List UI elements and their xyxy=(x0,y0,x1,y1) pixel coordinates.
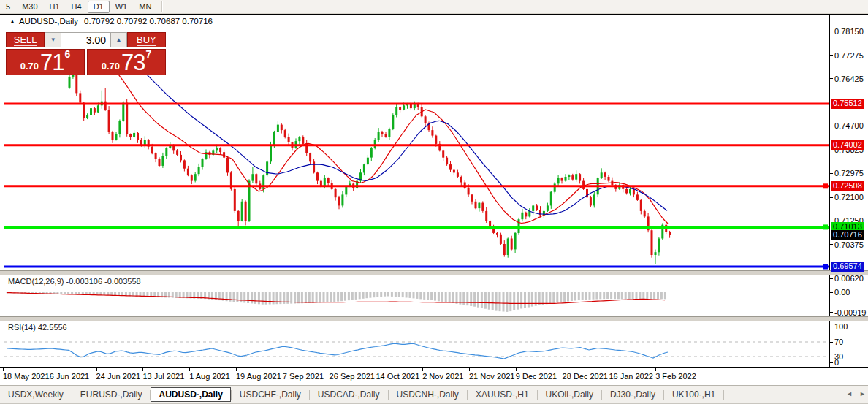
date-label: 28 Dec 2021 xyxy=(563,372,608,381)
tab-dj30-daily[interactable]: DJ30-,Daily xyxy=(602,387,663,402)
rsi-indicator-label: RSI(14) 42.5556 xyxy=(8,323,67,332)
buy-price-box[interactable]: 0.70 73 7 xyxy=(87,49,166,75)
symbol-tab-bar: USDX,WeeklyEURUSD-,DailyAUDUSD-,DailyUSD… xyxy=(0,385,868,404)
moving-averages-layer xyxy=(110,63,668,224)
price-tick-mark xyxy=(830,197,833,198)
level-lines-layer xyxy=(4,104,829,270)
tab-usdx-weekly[interactable]: USDX,Weekly xyxy=(0,387,72,402)
rsi-name: RSI(14) xyxy=(8,323,36,332)
tab-audusd-daily[interactable]: AUDUSD-,Daily xyxy=(151,387,230,402)
date-tick-mark xyxy=(3,368,4,371)
sell-price-box[interactable]: 0.70 71 6 xyxy=(6,49,85,75)
rsi-panel[interactable] xyxy=(4,342,829,359)
tab-eurusd-daily[interactable]: EURUSD-,Daily xyxy=(72,387,151,402)
date-label: 1 Aug 2021 xyxy=(189,372,230,381)
date-tick-mark xyxy=(189,368,190,371)
price-tick-label: 0.70375 xyxy=(834,240,864,249)
macd-panel[interactable] xyxy=(7,292,666,312)
date-label: 16 Jan 2022 xyxy=(609,372,653,381)
one-click-trading-panel: SELL ▼ ▲ BUY 0.70 71 6 0.70 73 7 xyxy=(6,32,166,75)
date-label: 6 Jun 2021 xyxy=(50,372,89,381)
macd-values: -0.003106 -0.003558 xyxy=(66,277,140,286)
caret-down-icon: ▼ xyxy=(50,37,56,43)
tab-usdcad-daily[interactable]: USDCAD-,Daily xyxy=(310,387,388,402)
tab-usdchf-daily[interactable]: USDCHF-,Daily xyxy=(232,387,309,402)
symbol-period-label: AUDUSD-,Daily xyxy=(19,17,78,26)
date-label: 14 Oct 2021 xyxy=(376,372,419,381)
price-tick-mark xyxy=(830,244,833,245)
rsi-tick-mark xyxy=(830,357,833,357)
tab-scroll-right-icon[interactable]: ► xyxy=(859,390,866,397)
tab-ukoil-daily[interactable]: UKOil-,Daily xyxy=(538,387,601,402)
rsi-tick-mark xyxy=(830,327,833,327)
macd-tick-mark xyxy=(830,292,833,293)
caret-up-icon: ▲ xyxy=(115,37,121,43)
price-tick-mark xyxy=(830,55,833,56)
candles-layer xyxy=(69,72,671,264)
buy-button-label: BUY xyxy=(137,34,156,46)
price-level-badge: 0.74002 xyxy=(831,140,864,150)
buy-price-prefix: 0.70 xyxy=(102,61,120,72)
price-tick-mark xyxy=(830,126,833,126)
price-level-badge: 0.75512 xyxy=(831,99,864,109)
date-tick-mark xyxy=(655,368,656,371)
date-tick-mark xyxy=(422,368,423,371)
volume-decrease-button[interactable]: ▼ xyxy=(45,32,61,47)
price-tick-mark xyxy=(830,173,833,174)
tab-usdcnh-daily[interactable]: USDCNH-,Daily xyxy=(389,387,467,402)
rsi-tick-label: 100 xyxy=(834,322,848,331)
price-tick-label: 0.76425 xyxy=(834,75,864,83)
macd-tick-mark xyxy=(830,278,833,279)
volume-increase-button[interactable]: ▲ xyxy=(110,32,127,47)
date-label: 24 Jun 2021 xyxy=(96,372,141,381)
macd-tick-label: 0.00 xyxy=(834,288,850,297)
chart-title: ▲AUDUSD-,Daily0.70792 0.70792 0.70687 0.… xyxy=(9,17,213,26)
rsi-tick-mark xyxy=(830,362,833,363)
price-tick-label: 0.78150 xyxy=(834,27,864,36)
date-tick-mark xyxy=(609,368,609,371)
date-tick-mark xyxy=(142,368,143,371)
date-label: 18 May 2021 xyxy=(3,372,50,381)
date-label: 19 Aug 2021 xyxy=(236,372,281,381)
date-label: 21 Nov 2021 xyxy=(469,372,514,381)
macd-tick-mark xyxy=(830,312,833,313)
date-label: 3 Feb 2022 xyxy=(655,372,696,381)
macd-name: MACD(12,26,9) xyxy=(8,277,64,286)
price-tick-mark xyxy=(830,221,833,221)
price-level-badge: 0.72508 xyxy=(831,181,864,191)
collapse-icon[interactable]: ▲ xyxy=(9,18,15,25)
rsi-tick-mark xyxy=(830,342,833,343)
buy-button[interactable]: BUY xyxy=(127,32,166,47)
sell-price-point: 6 xyxy=(65,48,71,60)
tab-separator xyxy=(723,390,724,400)
buy-price-pips: 73 xyxy=(121,52,145,74)
ohlc-values: 0.70792 0.70792 0.70687 0.70716 xyxy=(84,17,213,26)
volume-input[interactable] xyxy=(61,32,110,47)
rsi-value: 42.5556 xyxy=(38,323,67,332)
date-tick-mark xyxy=(236,368,237,371)
date-label: 7 Sep 2021 xyxy=(283,372,324,381)
price-tick-label: 0.72975 xyxy=(834,169,864,178)
rsi-tick-label: 70 xyxy=(834,338,843,346)
price-level-badge: 0.69574 xyxy=(831,262,864,272)
sell-button[interactable]: SELL xyxy=(6,32,45,47)
tab-xauusd-h1[interactable]: XAUUSD-,H1 xyxy=(468,387,537,402)
date-label: 2 Nov 2021 xyxy=(422,372,463,381)
date-tick-mark xyxy=(563,368,563,371)
date-tick-mark xyxy=(283,368,283,371)
date-tick-mark xyxy=(50,368,50,371)
current-price-badge: 0.70716 xyxy=(831,230,864,240)
sell-button-label: SELL xyxy=(14,34,37,46)
price-tick-mark xyxy=(830,31,833,31)
date-label: 13 Jul 2021 xyxy=(142,372,184,381)
price-tick-label: 0.74700 xyxy=(834,121,864,130)
price-tick-label: 0.77275 xyxy=(834,51,864,60)
date-label: 26 Sep 2021 xyxy=(330,372,375,381)
date-tick-mark xyxy=(469,368,470,371)
sell-price-pips: 71 xyxy=(40,52,64,74)
tab-scroll-left-icon[interactable]: ◄ xyxy=(846,390,853,397)
buy-price-point: 7 xyxy=(146,48,152,60)
date-tick-mark xyxy=(376,368,376,371)
date-label: 9 Dec 2021 xyxy=(516,372,557,381)
tab-uk100-h1[interactable]: UK100-,H1 xyxy=(664,387,723,402)
